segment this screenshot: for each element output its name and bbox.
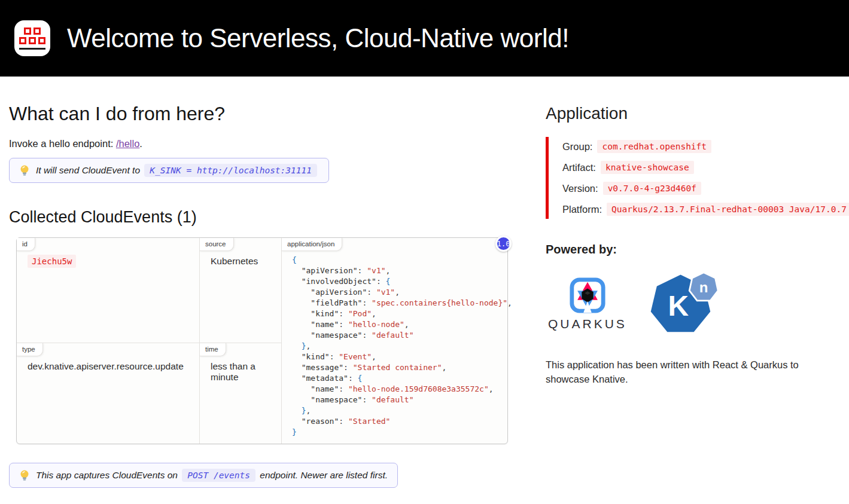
hello-link[interactable]: /hello — [116, 138, 139, 149]
event-id-value: Jiechu5w — [28, 255, 76, 268]
event-source-value: Kubernetes — [200, 251, 281, 271]
tip-text-wrap: This app captures CloudEvents on POST /e… — [36, 470, 388, 481]
event-time-cell: time less than a minute — [200, 343, 282, 444]
knative-logo: K n — [647, 271, 720, 337]
ksink-tip-text: It will send CloudEvent to — [36, 165, 140, 175]
time-label: time — [200, 343, 226, 356]
event-time-value: less than a minute — [200, 356, 281, 387]
event-source-cell: source Kubernetes — [200, 238, 282, 343]
events-tip-box: This app captures CloudEvents on POST /e… — [9, 463, 398, 488]
type-label: type — [17, 343, 43, 356]
quarkus-icon — [569, 277, 606, 314]
event-type-cell: type dev.knative.apiserver.resource.upda… — [17, 343, 200, 444]
content-type-label: application/json — [282, 238, 342, 251]
ksink-code: K_SINK = http://localhost:31111 — [144, 164, 317, 177]
quarkus-logo: QUARKUS — [548, 277, 627, 331]
property-value: com.redhat.openshift — [597, 140, 711, 153]
application-heading: Application — [546, 104, 841, 123]
main-heading: What can I do from here? — [9, 103, 515, 125]
invoke-text: Invoke a hello endpoint: — [9, 138, 113, 149]
quarkus-wordmark: QUARKUS — [548, 317, 627, 331]
property-label: Artifact: — [562, 162, 596, 173]
page-title: Welcome to Serverless, Cloud-Native worl… — [67, 23, 569, 53]
app-header: Welcome to Serverless, Cloud-Native worl… — [0, 0, 849, 77]
source-label: source — [200, 238, 234, 251]
property-label: Platform: — [562, 204, 602, 215]
event-json-payload: { "apiVersion": "v1", "involvedObject": … — [282, 255, 507, 442]
property-value: knative-showcase — [601, 161, 694, 174]
logo-squares-top — [24, 28, 41, 35]
svg-text:K: K — [668, 290, 689, 322]
application-property-row: Version: v0.7.0-4-g23d460f — [562, 182, 841, 195]
page-content: What can I do from here? Invoke a hello … — [0, 77, 849, 504]
application-property-row: Group: com.redhat.openshift — [562, 140, 841, 153]
invoke-suffix: . — [139, 138, 142, 149]
events-tip-before: This app captures CloudEvents on — [36, 470, 178, 480]
logo-underline — [19, 48, 45, 50]
application-sidebar: Application Group: com.redhat.openshift … — [546, 77, 841, 488]
post-events-code: POST /events — [182, 469, 255, 482]
application-property-row: Platform: Quarkus/2.13.7.Final-redhat-00… — [562, 203, 841, 216]
property-value: v0.7.0-4-g23d460f — [603, 182, 701, 195]
specversion-badge: 1.0 — [495, 236, 512, 252]
logos-row: QUARKUS K n — [548, 271, 841, 337]
powered-by-heading: Powered by: — [546, 243, 841, 256]
invoke-line: Invoke a hello endpoint: /hello. — [9, 138, 515, 149]
application-property-row: Artifact: knative-showcase — [562, 161, 841, 174]
lightbulb-icon — [19, 164, 30, 176]
events-tip-after: endpoint. Newer are listed first. — [260, 470, 388, 480]
cloudevent-card: 1.0 id Jiechu5w source Kubernetes applic… — [16, 237, 508, 444]
application-properties: Group: com.redhat.openshift Artifact: kn… — [546, 137, 841, 219]
id-label: id — [17, 238, 35, 251]
property-label: Version: — [562, 183, 598, 194]
property-value: Quarkus/2.13.7.Final-redhat-00003 Java/1… — [607, 203, 849, 216]
ksink-tip-box: It will send CloudEvent to K_SINK = http… — [9, 158, 329, 183]
event-type-value: dev.knative.apiserver.resource.update — [17, 356, 199, 377]
collected-heading: Collected CloudEvents (1) — [9, 208, 515, 227]
knative-icon: K n — [647, 271, 720, 334]
svg-text:n: n — [699, 279, 708, 295]
app-logo-icon — [14, 20, 50, 56]
lightbulb-icon — [19, 469, 30, 481]
property-label: Group: — [562, 141, 592, 152]
main-column: What can I do from here? Invoke a hello … — [9, 77, 515, 488]
event-id-cell: id Jiechu5w — [17, 238, 200, 343]
tip-text-wrap: It will send CloudEvent to K_SINK = http… — [36, 165, 319, 176]
logo-squares-bottom — [19, 37, 45, 44]
event-data-cell: application/json { "apiVersion": "v1", "… — [282, 238, 507, 444]
app-description: This application has been written with R… — [546, 358, 814, 386]
